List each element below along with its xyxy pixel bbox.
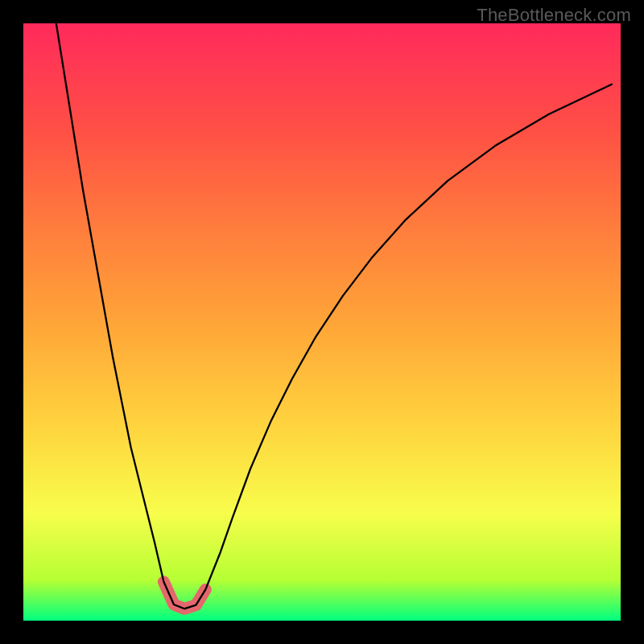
watermark-label: TheBottleneck.com xyxy=(477,5,631,26)
chart-plot-area xyxy=(23,23,621,621)
chart-main-curve xyxy=(56,23,612,609)
chart-curve xyxy=(23,23,621,621)
